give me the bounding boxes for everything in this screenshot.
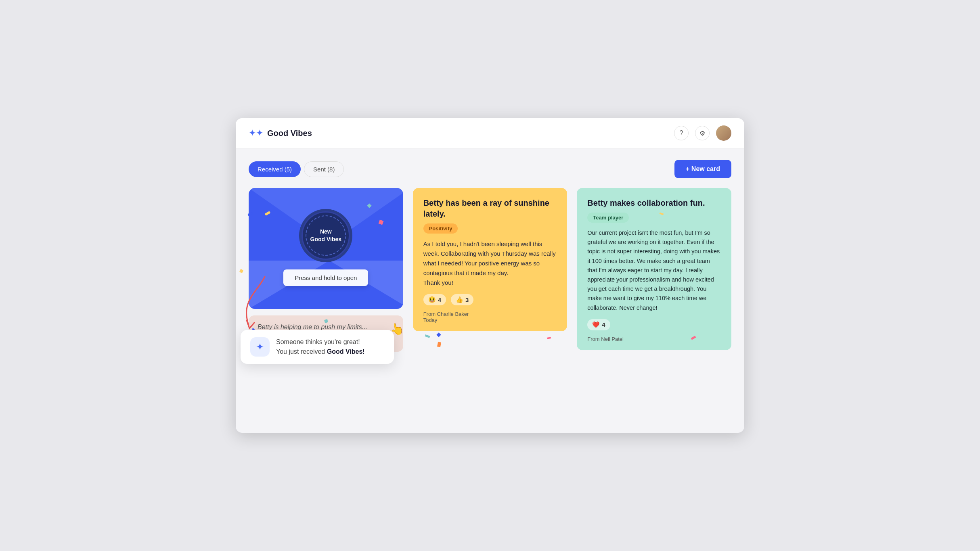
team-player-tag[interactable]: Team player: [587, 213, 629, 223]
yellow-card-body: As I told you, I hadn't been sleeping we…: [423, 239, 557, 288]
help-icon: ?: [680, 129, 683, 137]
header-right: ? ⚙: [674, 125, 731, 141]
sparkle-icon: ✦: [256, 341, 264, 353]
reaction-thumbs[interactable]: 👍 3: [451, 294, 473, 305]
confetti-7: [547, 337, 551, 339]
avatar[interactable]: [716, 125, 731, 141]
thumbs-count: 3: [465, 296, 469, 303]
confetti-page-2: [239, 269, 244, 273]
confetti-area: [413, 331, 567, 347]
reactions-row: 😆 4 👍 3: [423, 294, 557, 305]
new-card-button[interactable]: + New card: [674, 160, 731, 178]
toast-line2-bold: Good Vibes!: [327, 348, 365, 355]
teal-card[interactable]: Betty makes collaboration fun. Team play…: [577, 188, 731, 350]
yellow-card-headline: Betty has been a ray of sunshine lately.: [423, 198, 557, 219]
heart-emoji: ❤️: [592, 321, 600, 328]
press-hold-button[interactable]: Press and hold to open: [283, 269, 368, 286]
toast-content: Someone thinks you're great! You just re…: [276, 337, 365, 357]
teal-card-headline: Betty makes collaboration fun.: [587, 198, 721, 209]
envelope-card-column: New Good Vibes Press and hold to open 👆 …: [249, 188, 403, 352]
laugh-emoji: 😆: [428, 296, 436, 303]
from-name-teal: From Neil Patel: [587, 336, 721, 342]
teal-card-column: Betty makes collaboration fun. Team play…: [577, 188, 731, 352]
app-title: Good Vibes: [267, 129, 312, 138]
positivity-tag[interactable]: Positivity: [423, 223, 458, 234]
teal-reactions-row: ❤️ 4: [587, 319, 721, 330]
from-name-yellow: From Charlie Baker: [423, 311, 557, 317]
app-header: ✦✦ Good Vibes ? ⚙: [236, 118, 744, 148]
settings-icon: ⚙: [699, 129, 705, 137]
yellow-card-column: Betty has been a ray of sunshine lately.…: [413, 188, 567, 352]
toast-line2-prefix: You just received: [276, 348, 327, 355]
tabs-row: Received (5) Sent (8) + New card: [249, 160, 731, 178]
toast-icon: ✦: [250, 337, 270, 357]
confetti-3: [367, 203, 371, 208]
confetti-5: [425, 334, 430, 338]
teal-card-body: Our current project isn't the most fun, …: [587, 228, 721, 313]
toast-line2: You just received Good Vibes!: [276, 347, 365, 357]
notification-toast: ✦ Someone thinks you're great! You just …: [241, 330, 394, 364]
badge-line1: New: [320, 228, 332, 235]
heart-count: 4: [602, 321, 605, 328]
confetti-6: [436, 332, 441, 337]
badge-line2: Good Vibes: [310, 236, 342, 243]
tabs: Received (5) Sent (8): [249, 161, 344, 177]
badge-seal: New Good Vibes: [302, 211, 350, 260]
thumbs-emoji: 👍: [456, 296, 463, 303]
help-button[interactable]: ?: [674, 126, 689, 140]
envelope-wrapper: New Good Vibes Press and hold to open: [249, 188, 403, 309]
tab-sent[interactable]: Sent (8): [304, 161, 344, 177]
main-content: Received (5) Sent (8) + New card: [236, 148, 744, 363]
cards-grid: New Good Vibes Press and hold to open 👆 …: [249, 188, 731, 352]
from-row-yellow: From Charlie Baker Today: [423, 311, 557, 323]
laugh-count: 4: [438, 296, 441, 303]
badge-seal-inner: New Good Vibes: [306, 215, 346, 256]
confetti-2: [378, 220, 383, 225]
reaction-laugh[interactable]: 😆 4: [423, 294, 446, 305]
header-left: ✦✦ Good Vibes: [249, 128, 312, 138]
avatar-image: [716, 125, 731, 141]
yellow-card[interactable]: Betty has been a ray of sunshine lately.…: [413, 188, 567, 331]
from-date-yellow: Today: [423, 317, 557, 323]
settings-button[interactable]: ⚙: [695, 126, 710, 140]
confetti-4: [261, 266, 266, 269]
toast-line1: Someone thinks you're great!: [276, 337, 365, 347]
reaction-heart[interactable]: ❤️ 4: [587, 319, 610, 330]
from-row-teal: From Neil Patel: [587, 336, 721, 342]
logo-icon: ✦✦: [249, 128, 263, 138]
tab-received[interactable]: Received (5): [249, 161, 301, 177]
confetti-1: [264, 211, 270, 216]
